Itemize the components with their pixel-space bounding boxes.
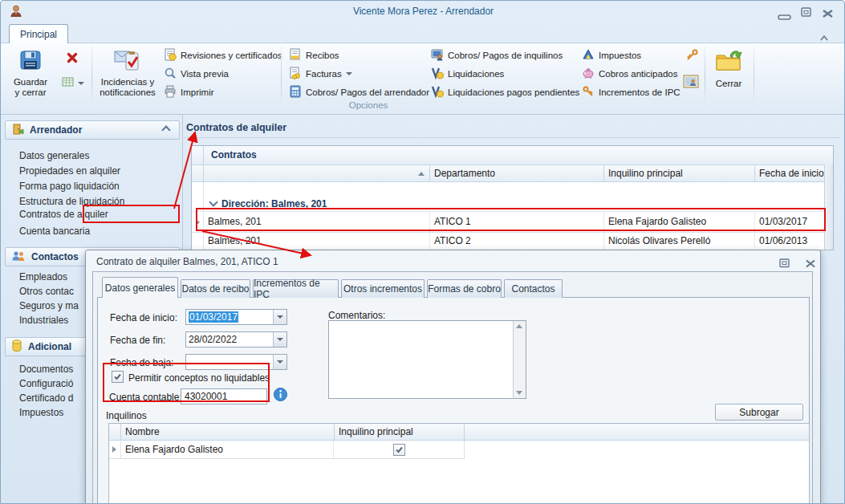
chevron-down-icon <box>78 82 84 85</box>
incidents-notifications-button[interactable]: Incidencias y notificaciones <box>95 46 160 110</box>
tab-datos-recibo[interactable]: Datos de recibo <box>181 279 250 298</box>
delete-button[interactable] <box>59 49 86 70</box>
cuenta-contable-label: Cuenta contable: <box>109 392 182 403</box>
photo-button[interactable] <box>680 73 702 94</box>
red-x-icon <box>66 51 79 67</box>
tab-formas-cobro[interactable]: Formas de cobro <box>427 279 502 298</box>
save-and-close-button[interactable]: Guardar y cerrar <box>7 46 54 110</box>
print-button[interactable]: Imprimir <box>164 84 214 100</box>
column-header-direccion[interactable] <box>204 165 430 181</box>
cell-departamento[interactable]: ATICO 2 <box>430 233 604 250</box>
invoices-button[interactable]: Facturas <box>289 66 352 82</box>
grid-scrollbar[interactable] <box>824 165 833 250</box>
preview-button[interactable]: Vista previa <box>164 66 229 82</box>
tools-key-button[interactable] <box>681 47 702 67</box>
sidebar-item-forma-pago[interactable]: Forma pago liquidación <box>19 181 120 192</box>
advance-collections-button[interactable]: Cobros anticipados <box>582 66 677 82</box>
permitir-checkbox[interactable] <box>112 371 124 383</box>
cell-inquilino[interactable]: Elena Fajardo Galisteo <box>604 212 755 232</box>
landlord-payments-button[interactable]: Cobros/ Pagos del arrendador <box>289 84 429 100</box>
column-header-inquilino-principal[interactable]: Inquilino principal <box>335 424 465 440</box>
tenant-payments-button[interactable]: Cobros/ Pagos de inquilinos <box>431 47 563 63</box>
cell-nombre[interactable]: Elena Fajardo Galisteo <box>121 441 334 458</box>
cell-departamento[interactable]: ATICO 1 <box>430 212 604 232</box>
save-and-close-label: Guardar y cerrar <box>10 77 51 98</box>
column-header-nombre[interactable]: Nombre <box>121 424 335 440</box>
fecha-fin-combo[interactable]: 28/02/2022 <box>185 331 287 348</box>
group-expand-icon[interactable] <box>209 197 217 206</box>
cell-fecha[interactable]: 01/03/2017 <box>755 212 827 232</box>
cell-direccion[interactable]: Balmes, 201 <box>204 233 430 250</box>
restore-button[interactable] <box>801 6 812 21</box>
column-header-fecha[interactable]: Fecha de inicio <box>755 165 827 181</box>
tab-otros-incrementos[interactable]: Otros incrementos <box>341 279 425 298</box>
sidebar-item-propiedades[interactable]: Propiedades en alquiler <box>19 165 120 177</box>
info-icon[interactable] <box>274 388 287 404</box>
tenant-payments-label: Cobros/ Pagos de inquilinos <box>448 51 563 60</box>
fecha-baja-combo[interactable] <box>185 354 287 370</box>
taxes-button[interactable]: Impuestos <box>582 47 641 63</box>
database-cylinder-icon <box>11 339 22 355</box>
row-indicator-column <box>192 165 204 181</box>
sidebar-item-impuestos[interactable]: Impuestos <box>19 407 63 418</box>
scroll-up-icon[interactable] <box>516 324 522 328</box>
ribbon-group-label: Opciones <box>320 100 416 110</box>
dialog-restore-button[interactable] <box>779 257 790 271</box>
fecha-inicio-combo[interactable]: 01/03/2017 <box>185 309 287 325</box>
sidebar-item-cuenta-bancaria[interactable]: Cuenta bancaria <box>19 226 90 237</box>
ribbon-tab-principal[interactable]: Principal <box>9 24 68 43</box>
subrogar-button[interactable]: Subrogar <box>715 404 803 421</box>
cuenta-contable-input[interactable]: 43020001 <box>181 388 267 404</box>
column-header-departamento[interactable]: Departamento <box>430 165 604 181</box>
receipt-icon <box>289 48 302 63</box>
sidebar-item-datos-generales[interactable]: Datos generales <box>19 150 89 161</box>
sidebar-item-estructura[interactable]: Estructura de liquidación <box>19 196 124 207</box>
contracts-grid: Contratos Departamento Inquilino princip… <box>191 145 834 250</box>
group-row[interactable]: Dirección: Balmes, 201 <box>192 196 833 212</box>
sidebar-item-certificado[interactable]: Certificado d <box>19 392 73 404</box>
settlements-button[interactable]: Liquidaciones <box>431 66 504 82</box>
dialog-close-button[interactable] <box>805 257 816 271</box>
sidebar-item-otros-contactos[interactable]: Otros contac <box>19 286 74 297</box>
inquilinos-header-row: Nombre Inquilino principal <box>109 424 809 441</box>
table-row[interactable]: Balmes, 201 ATICO 1 Elena Fajardo Galist… <box>192 212 833 233</box>
cell-inquilino[interactable]: Nicolás Olivares Perelló <box>604 233 755 250</box>
sidebar-item-contratos-alquiler[interactable]: Contratos de alquiler <box>19 209 108 220</box>
revisions-label: Revisiones y certificados <box>181 51 282 60</box>
tab-datos-generales[interactable]: Datos generales <box>102 277 178 298</box>
table-row[interactable]: Balmes, 201 ATICO 2 Nicolás Olivares Per… <box>192 233 833 250</box>
table-row[interactable]: Elena Fajardo Galisteo <box>109 441 465 459</box>
dropdown-button[interactable] <box>273 332 286 347</box>
pending-settlements-button[interactable]: Liquidaciones pagos pendientes <box>431 84 579 100</box>
revisions-certificates-button[interactable]: Revisiones y certificados <box>164 47 282 63</box>
sidebar-item-configuracion[interactable]: Configuració <box>19 378 73 389</box>
tab-contactos[interactable]: Contactos <box>504 279 563 298</box>
column-header-inquilino[interactable]: Inquilino principal <box>604 165 755 181</box>
grid-caption-row: Contratos <box>192 146 833 165</box>
textarea-scrollbar[interactable] <box>513 321 526 398</box>
cell-fecha[interactable]: 01/06/2013 <box>755 233 827 250</box>
sidebar-item-documentos[interactable]: Documentos <box>19 364 73 375</box>
permitir-label[interactable]: Permitir conceptos no liquidables <box>128 372 270 384</box>
close-screen-button[interactable]: Cerrar <box>708 46 750 110</box>
sidebar-item-seguros[interactable]: Seguros y ma <box>19 300 79 311</box>
minimize-button[interactable] <box>778 10 792 24</box>
sidebar-section-arrendador[interactable]: Arrendador <box>5 120 180 140</box>
ipc-increments-button[interactable]: Incrementos de IPC <box>582 84 680 100</box>
door-icon <box>11 123 24 138</box>
cell-inquilino-principal[interactable] <box>334 441 464 458</box>
sidebar-item-empleados[interactable]: Empleados <box>19 271 67 282</box>
cuenta-contable-value: 43020001 <box>181 389 266 402</box>
close-button[interactable] <box>822 7 834 22</box>
list-dropdown-button[interactable] <box>59 75 87 92</box>
scroll-down-icon[interactable] <box>516 391 522 395</box>
chevron-down-icon <box>277 338 283 341</box>
receipts-button[interactable]: Recibos <box>289 47 339 63</box>
sidebar-item-industriales[interactable]: Industriales <box>19 315 68 326</box>
principal-checkbox[interactable] <box>393 444 405 456</box>
tab-incrementos-ipc[interactable]: Incrementos de IPC <box>253 279 339 298</box>
comentarios-textarea[interactable] <box>328 320 526 399</box>
dropdown-button[interactable] <box>273 310 286 324</box>
dropdown-button[interactable] <box>273 355 286 369</box>
cell-direccion[interactable]: Balmes, 201 <box>204 212 430 232</box>
